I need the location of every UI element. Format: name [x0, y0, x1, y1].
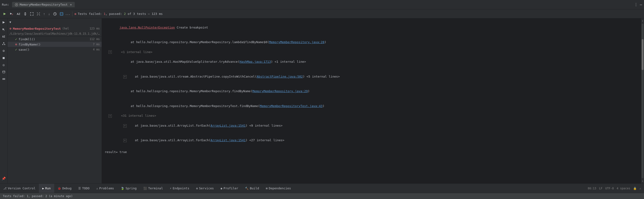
test-item-time3: 4 ms [93, 48, 100, 51]
more-btn[interactable]: ⋮ [634, 2, 638, 7]
stack-suffix-7: ) <27 internal lines> [246, 138, 284, 142]
expand-btn[interactable] [29, 12, 35, 16]
scroll-up-btn[interactable]: ↑ [642, 19, 643, 23]
expand-btn-5[interactable]: + [123, 139, 127, 142]
svg-point-12 [3, 42, 4, 43]
scroll-down-btn[interactable]: ↓ [642, 179, 643, 182]
expand-btn-3[interactable]: + [108, 114, 112, 118]
run-tab-icon [15, 3, 18, 6]
sidebar-rerun-icon[interactable] [1, 19, 7, 26]
tab-profiler[interactable]: ◉ Profiler [218, 184, 242, 193]
tab-problems[interactable]: ⚠ Problems [93, 184, 118, 193]
tab-services[interactable]: ⚙ Services [193, 184, 218, 193]
output-panel[interactable]: java.lang.NullPointerException Create br… [102, 18, 641, 184]
minimize-btn[interactable]: — [640, 2, 642, 7]
sidebar-layers-icon[interactable] [1, 76, 7, 82]
expand-btn-2[interactable]: + [123, 75, 127, 78]
tab-endpoints[interactable]: ⚡ Endpoints [166, 184, 193, 193]
stack-line-6: + at java.base/java.util.ArrayList.forEa… [105, 118, 638, 133]
sidebar-db-icon[interactable] [1, 69, 7, 75]
tab-build-label: Build [250, 186, 259, 190]
prev-failed-btn[interactable]: ↑ [42, 11, 46, 16]
rerun-btn[interactable] [2, 12, 8, 16]
test-item-findByName[interactable]: ⊗ findByName() 7 ms [8, 42, 102, 47]
test-pass-icon2: ✓ [15, 48, 17, 52]
scrollbar-track[interactable] [642, 24, 644, 178]
svg-marker-2 [4, 13, 6, 15]
coverage-icon [60, 12, 63, 16]
tab-run[interactable]: ▶ Run [39, 184, 54, 193]
next-failed-btn[interactable]: ↓ [47, 11, 51, 16]
sidebar-camera-icon[interactable]: ◎ [1, 62, 7, 68]
suite-time: 123 ms [90, 27, 100, 30]
tab-terminal[interactable]: ⬛ Terminal [140, 184, 166, 193]
tab-debug-label: Debug [62, 186, 72, 190]
tab-version-control[interactable]: ⎇ Version Control [0, 184, 39, 193]
sidebar-pin-icon[interactable]: 📌 [1, 176, 7, 182]
breakpoint-hint[interactable]: Create breakpoint [175, 26, 208, 29]
run-label: Run: [2, 3, 9, 6]
expand-btn-4[interactable]: + [123, 124, 127, 128]
cursor-position[interactable]: 86:13 [588, 187, 596, 190]
sort-duration-btn[interactable] [22, 12, 28, 16]
coverage-btn[interactable] [59, 12, 64, 16]
tab-spring[interactable]: 🍃 Spring [118, 184, 140, 193]
stack-link-2[interactable]: HashMap.java:1713 [240, 60, 271, 64]
expand-btn-1[interactable]: + [108, 50, 112, 54]
git-icon[interactable]: 🔒 [633, 187, 637, 190]
test-item-save[interactable]: ✓ save() 4 ms [8, 47, 102, 52]
tab-build[interactable]: 🔨 Build [242, 184, 262, 193]
stack-link-3[interactable]: AbstractPipeline.java:502 [257, 75, 303, 78]
stack-link-1[interactable]: MemoryMemberRepository.java:28 [269, 40, 324, 44]
stack-suffix-2: ) <1 internal line> [271, 60, 306, 64]
stack-prefix-6: at java.base/java.util.ArrayList.forEach… [128, 124, 210, 127]
stack-line-7: + at java.base/java.util.ArrayList.forEa… [105, 133, 638, 148]
status-bar: ⎇ Version Control ▶ Run 🐞 Debug ☰ TODO ⚠… [0, 184, 644, 193]
svg-point-13 [2, 44, 3, 45]
tab-close-btn[interactable]: × [70, 3, 72, 6]
indent-setting[interactable]: 4 spaces [617, 187, 630, 190]
stack-link-4[interactable]: MemoryMemberRepository.java:29 [252, 89, 308, 93]
stack-link-7[interactable]: ArrayList.java:1541 [210, 138, 246, 142]
collapsed-text-2: <31 internal lines> [114, 114, 156, 118]
sidebar-az-icon[interactable]: AZ [1, 34, 7, 40]
more-options-btn[interactable]: ... [65, 12, 70, 16]
stack-link-6[interactable]: ArrayList.java:1541 [210, 124, 246, 127]
suite-name: MemoryMemberRepositoryTest [13, 27, 61, 30]
profiler-icon: ◉ [221, 187, 222, 190]
sidebar-rerun2-icon[interactable]: ↺ [1, 26, 7, 32]
tab-debug[interactable]: 🐞 Debug [54, 184, 75, 193]
suite-fail-icon: ⊗ [10, 27, 11, 30]
stack-prefix-4: at hello.hellospring.repository.MemoryMe… [123, 89, 252, 93]
history-btn[interactable] [52, 12, 58, 16]
test-panel-path: /Library/Java/JavaVirtualMachines/jdk-11… [8, 31, 102, 36]
collapse-btn[interactable] [36, 12, 41, 16]
stack-line-4: at hello.hellospring.repository.MemoryMe… [105, 84, 638, 98]
tab-todo[interactable]: ☰ TODO [75, 184, 93, 193]
line-ending[interactable]: LF [599, 187, 602, 190]
file-charset[interactable]: UTF-8 [605, 187, 614, 190]
bottom-status-bar: Tests failed: 1, passed: 2 (a minute ago… [0, 193, 644, 199]
todo-icon: ☰ [78, 187, 81, 190]
stack-link-5[interactable]: MemoryMemberRepositoryTest.java:43 [260, 104, 322, 108]
rerun-icon [3, 12, 6, 16]
expand-icon [30, 12, 34, 16]
scrollbar-thumb [642, 39, 644, 70]
sidebar-square-icon[interactable]: ■ [1, 55, 7, 61]
sidebar-hierarchy-icon[interactable] [1, 40, 7, 47]
sort-alpha-btn[interactable]: AZ [16, 12, 22, 16]
tab-dependencies[interactable]: ⊞ Dependencies [263, 184, 294, 193]
problems-icon: ⚠ [96, 187, 98, 190]
test-item-findAll[interactable]: ✓ findAll() 112 ms [8, 36, 102, 42]
stack-suffix-6: ) <9 internal lines> [246, 124, 283, 127]
test-fail-icon2: ⊗ [15, 42, 17, 46]
passed-label: , passed: [106, 12, 124, 16]
sidebar-settings-icon[interactable]: ⚙ [1, 48, 7, 54]
run-tab[interactable]: MemoryMemberRepositoryTest × [12, 2, 74, 7]
rerun-failed-btn[interactable]: ↺ [8, 12, 14, 16]
test-suite-row[interactable]: ⊗ MemoryMemberRepositoryTest (hel 123 ms [8, 26, 102, 31]
left-sidebar: ↺ AZ ⚙ ■ ◎ 📌 [0, 18, 8, 184]
collapse-suite-icon[interactable]: ▼ [10, 20, 11, 24]
svg-point-17 [2, 71, 5, 72]
tab-todo-label: TODO [82, 186, 89, 190]
